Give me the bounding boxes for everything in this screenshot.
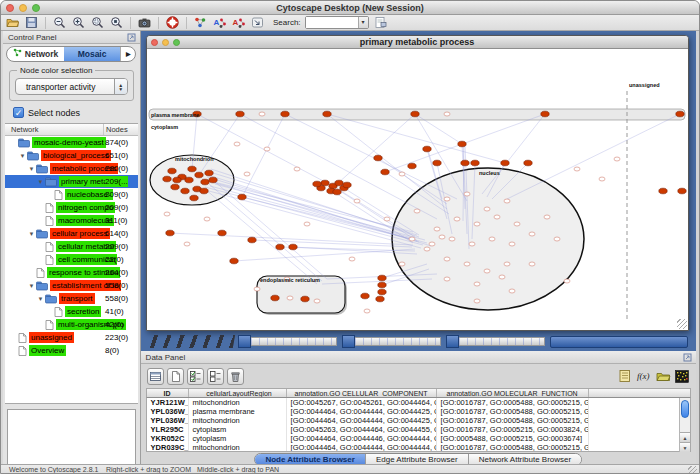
tree-row-multi-organism-pro[interactable]: multi-organism pro42(0): [5, 318, 138, 331]
minimized-window-3[interactable]: [342, 335, 441, 348]
graph-node[interactable]: [474, 282, 480, 286]
graph-node[interactable]: [494, 215, 500, 219]
graph-node-selected[interactable]: [237, 194, 245, 200]
table-cell[interactable]: [GO:0016787, GO:0005488, GO:0005215, G…: [437, 443, 589, 452]
graph-node-selected[interactable]: [180, 188, 188, 194]
tree-row-metabolic-process[interactable]: ▼metabolic process280(0): [5, 162, 138, 175]
graph-node[interactable]: [259, 112, 265, 116]
graph-node[interactable]: [474, 299, 480, 303]
graph-node[interactable]: [544, 215, 550, 219]
node-color-select[interactable]: transporter activity ▲▼: [15, 78, 128, 95]
table-row[interactable]: YJR121W__1mitochondrion[GO:0045267, GO:0…: [147, 398, 690, 407]
delete-attribute-button[interactable]: [227, 368, 244, 385]
graph-node[interactable]: [304, 222, 310, 226]
graph-node[interactable]: [444, 277, 450, 281]
graph-node[interactable]: [554, 237, 560, 241]
graph-node-selected[interactable]: [187, 166, 195, 172]
select-all-attributes-button[interactable]: [187, 368, 204, 385]
window-titlebar[interactable]: Cytoscape Desktop (New Session): [1, 1, 699, 15]
network-window-titlebar[interactable]: primary metabolic process: [147, 36, 688, 49]
graph-edge[interactable]: [327, 114, 505, 163]
graph-node[interactable]: [574, 167, 580, 171]
tree-expander-icon[interactable]: ▼: [27, 166, 36, 172]
graph-node[interactable]: [184, 242, 190, 246]
graph-node[interactable]: [264, 147, 270, 151]
tree-row-cell-communicat[interactable]: cell communicat22(0): [5, 253, 138, 266]
graph-node-selected[interactable]: [288, 244, 296, 250]
select-nodes-checkbox[interactable]: ✓: [13, 107, 24, 118]
edit-attributes-button[interactable]: [373, 16, 388, 30]
graph-edge[interactable]: [240, 114, 437, 219]
vizmapper-button[interactable]: [193, 16, 208, 30]
tree-row-mosaic-demo-yeast[interactable]: mosaic-demo-yeast874(0): [5, 136, 138, 149]
graph-node-selected[interactable]: [172, 177, 180, 183]
graph-node-selected[interactable]: [377, 275, 385, 281]
column-header-id[interactable]: ID: [147, 389, 189, 397]
graph-node[interactable]: [504, 199, 510, 203]
table-cell[interactable]: YPL036W__2: [147, 407, 189, 416]
graph-node[interactable]: [429, 242, 435, 246]
table-row[interactable]: YPL036W__2plasma membrane[GO:0044464, GO…: [147, 407, 690, 416]
graph-node-selected[interactable]: [407, 163, 415, 169]
graph-node-selected[interactable]: [375, 296, 383, 302]
graph-node[interactable]: [399, 262, 405, 266]
table-cell[interactable]: YPL036W__1: [147, 416, 189, 425]
save-session-button[interactable]: [24, 16, 39, 30]
table-cell[interactable]: [GO:0016787, GO:0005488, GO:0005215, G…: [437, 416, 589, 425]
table-cell[interactable]: [GO:0016787, GO:0005488, GO:0005215, G…: [437, 398, 589, 407]
table-scrollbar[interactable]: ▲ ▼: [679, 398, 690, 452]
graph-node-selected[interactable]: [165, 230, 173, 236]
tab-network[interactable]: Network: [7, 47, 64, 61]
graph-node-selected[interactable]: [300, 296, 308, 302]
graph-node[interactable]: [564, 279, 570, 283]
graph-node[interactable]: [294, 167, 300, 171]
graph-node[interactable]: [464, 192, 470, 196]
float-panel-icon[interactable]: [683, 353, 692, 362]
graph-node-selected[interactable]: [312, 181, 320, 187]
tree-expander-icon[interactable]: ▼: [36, 179, 45, 185]
graph-node[interactable]: [529, 262, 535, 266]
tree-row-cellular-metabol[interactable]: cellular metabol209(0): [5, 240, 138, 253]
graph-node[interactable]: [454, 217, 460, 221]
table-cell[interactable]: cytoplasm: [189, 425, 287, 434]
graph-node[interactable]: [349, 257, 355, 261]
graph-node[interactable]: [484, 207, 490, 211]
graph-node-selected[interactable]: [422, 146, 430, 152]
table-cell[interactable]: [GO:0044464, GO:0044446, GO:0044444, G…: [287, 434, 437, 443]
graph-node-selected[interactable]: [457, 141, 465, 147]
tab-overflow-arrow-icon[interactable]: ▶: [120, 47, 135, 61]
filter-button[interactable]: [250, 16, 265, 30]
open-session-button[interactable]: [5, 16, 20, 30]
birdseye-view[interactable]: [7, 409, 136, 464]
table-row[interactable]: YLR295Ccytoplasm[GO:0045263, GO:0044464,…: [147, 425, 690, 434]
tree-row-unassigned[interactable]: unassigned223(0): [5, 331, 138, 344]
graph-node-selected[interactable]: [167, 168, 175, 174]
tab-mosaic[interactable]: Mosaic: [64, 47, 121, 61]
graph-node-selected[interactable]: [280, 111, 288, 117]
table-cell[interactable]: [GO:0005488, GO:0005215, GO:0003674]: [437, 434, 589, 443]
graph-node[interactable]: [509, 289, 515, 293]
tree-row-establishment-of-lo[interactable]: ▼establishment of lo558(0): [5, 279, 138, 292]
graph-node[interactable]: [364, 309, 370, 313]
zoom-in-button[interactable]: [71, 16, 86, 30]
app-resize-grip[interactable]: [688, 466, 697, 474]
graph-node[interactable]: [234, 142, 240, 146]
table-row[interactable]: YDR039C__1mitochondrion[GO:0044464, GO:0…: [147, 443, 690, 452]
graph-node[interactable]: [414, 209, 420, 213]
graph-node[interactable]: [244, 172, 250, 176]
graph-edge[interactable]: [507, 114, 680, 199]
tree-expander-icon[interactable]: ▼: [27, 231, 36, 237]
minimized-window-2[interactable]: [238, 335, 337, 348]
tree-expander-icon[interactable]: ▼: [27, 283, 36, 289]
graph-edge[interactable]: [234, 249, 415, 261]
table-cell[interactable]: mitochondrion: [189, 416, 287, 425]
graph-node-selected[interactable]: [373, 155, 381, 161]
graph-node[interactable]: [399, 172, 405, 176]
graph-node-selected[interactable]: [208, 177, 216, 183]
column-header-cellularlayoutregion[interactable]: _cellularLayoutRegion: [189, 389, 287, 397]
graph-node-selected[interactable]: [270, 295, 278, 301]
node-attributes-red-button[interactable]: A: [231, 16, 246, 30]
tree-row-nitrogen-compo[interactable]: nitrogen compo209(0): [5, 201, 138, 214]
graph-node[interactable]: [444, 112, 450, 116]
scroll-down-icon[interactable]: ▼: [680, 442, 690, 452]
